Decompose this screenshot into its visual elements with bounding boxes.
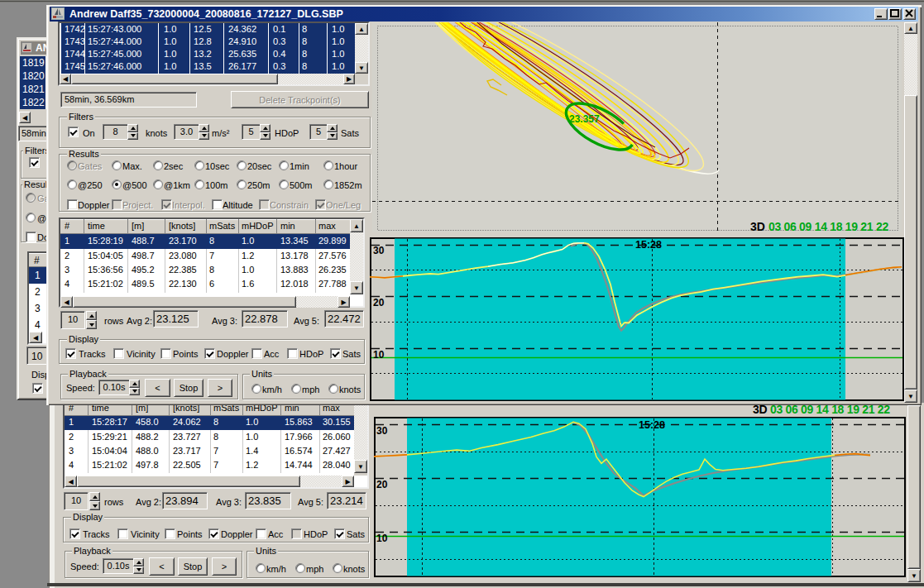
- svg-text:30: 30: [373, 245, 385, 256]
- svg-text:10: 10: [376, 533, 388, 544]
- svg-text:15:28: 15:28: [639, 419, 665, 431]
- svg-text:03 06 09 14 18 19 21 22: 03 06 09 14 18 19 21 22: [768, 220, 888, 232]
- svg-text:10: 10: [373, 349, 385, 361]
- svg-text:20: 20: [376, 479, 388, 490]
- svg-text:3D: 3D: [750, 220, 765, 232]
- svg-text:30: 30: [376, 425, 388, 437]
- svg-text:20: 20: [373, 297, 385, 308]
- svg-text:15:28: 15:28: [635, 239, 662, 251]
- svg-text:23.357: 23.357: [569, 113, 600, 125]
